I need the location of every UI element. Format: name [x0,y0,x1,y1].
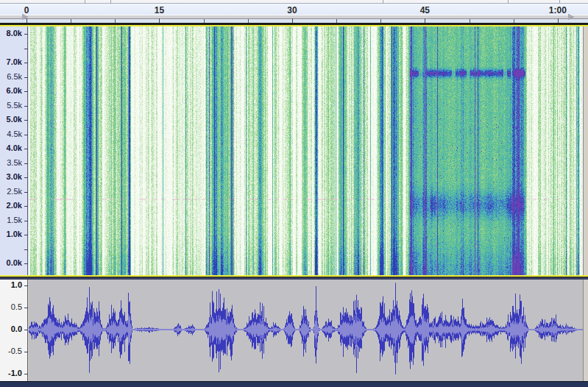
freq-axis-label: 7.0k [0,57,22,66]
freq-axis-tick [24,149,28,149]
timeline-major-tick [425,18,425,23]
timeline-major-tick [159,18,160,23]
freq-axis-tick [24,34,28,35]
freq-axis-label: 3.5k [0,158,22,167]
timeline-minor-tick [248,19,249,23]
amp-axis-label: 0.5 [0,302,22,311]
freq-axis-label: 6.5k [0,72,22,81]
freq-axis-label: 8.0k [0,29,22,38]
freq-axis-label: 1.5k [0,216,22,224]
timeline-minor-tick [514,19,514,23]
amp-axis-tick [24,308,28,308]
timeline-minor-tick [336,19,337,23]
freq-axis-tick [24,235,28,235]
freq-axis-tick [24,63,28,63]
freq-axis-tick [24,77,28,78]
waveform-track: 1.00.50.0-0.5-1.0 [0,280,588,381]
timeline-major-tick [292,18,293,23]
timeline-label: 0 [24,5,29,15]
timeline-label: 15 [155,5,164,15]
freq-axis-tick [24,91,28,92]
timeline-major-tick [26,18,27,23]
freq-axis-tick [24,120,28,121]
waveform-canvas[interactable] [29,280,583,381]
freq-axis-label: 0.0k [0,258,22,267]
spectrogram-track: 8.0k7.0k6.5k6.0k5.5k5.0k4.5k4.0k3.5k3.0k… [0,24,588,277]
freq-axis-label: 6.0k [0,86,22,95]
freq-axis-tick [24,192,28,193]
freq-axis-tick [24,106,28,107]
freq-axis-tick [24,263,28,264]
timeline-major-tick [558,18,559,23]
timeline-minor-tick [470,19,470,23]
amp-axis-label: -1.0 [0,369,22,377]
amp-axis-label: -0.5 [0,347,22,355]
freq-axis-label: 2.0k [0,201,22,210]
spectrogram-canvas[interactable] [29,26,583,275]
freq-axis-tick [24,135,28,135]
freq-axis-label: 4.0k [0,143,22,152]
timeline-minor-tick [380,19,381,23]
freq-axis-tick [24,49,28,49]
bottom-panel-edge [0,381,588,387]
freq-axis-label: 4.5k [0,129,22,138]
freq-axis-label: 1.0k [0,230,22,238]
timeline-label: 30 [287,5,297,15]
freq-axis-label: 2.5k [0,187,22,196]
track-right-margin [583,26,588,275]
amp-axis-tick [24,285,28,286]
timeline-minor-tick [204,19,205,23]
freq-axis-tick [24,206,28,207]
timeline-ruler[interactable]: 01530451:00 [0,4,588,24]
amp-axis-tick [24,330,28,330]
audacity-track-window: 01530451:00 8.0k7.0k6.5k6.0k5.5k5.0k4.5k… [0,0,588,387]
freq-axis-tick [24,163,28,164]
freq-axis-label: 5.0k [0,115,22,124]
timeline-label: 1:00 [549,5,567,15]
spectrogram-vertical-ruler[interactable]: 8.0k7.0k6.5k6.0k5.5k5.0k4.5k4.0k3.5k3.0k… [0,26,28,275]
timeline-minor-tick [71,19,71,23]
amp-axis-label: 0.0 [0,324,22,333]
amp-axis-tick [24,352,28,352]
freq-axis-label: 5.5k [0,101,22,110]
amp-axis-label: 1.0 [0,280,22,289]
amp-axis-tick [24,374,28,374]
play-region-end-marker[interactable] [568,14,574,20]
freq-axis-tick [24,177,28,178]
waveform-vertical-ruler[interactable]: 1.00.50.0-0.5-1.0 [0,280,28,381]
freq-axis-label: 3.0k [0,172,22,181]
track-right-margin [583,280,588,381]
freq-axis-tick [24,221,28,221]
freq-axis-tick [24,249,28,250]
timeline-label: 45 [420,5,430,15]
timeline-minor-tick [115,19,116,23]
